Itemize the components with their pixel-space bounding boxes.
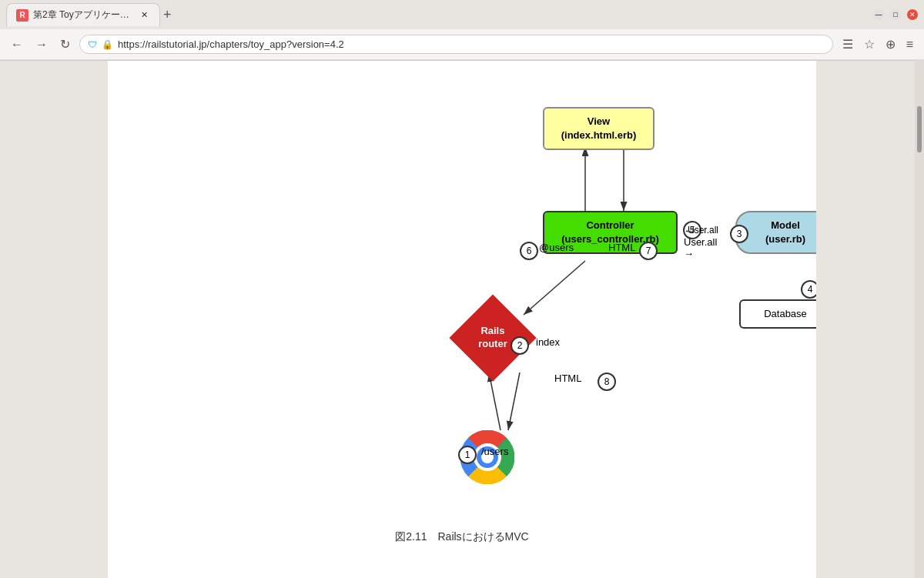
address-bar[interactable]: 🛡 🔒 https://railstutorial.jp/chapters/to… (79, 35, 833, 54)
users-label: /users (481, 446, 508, 457)
step-4-circle: 4 (801, 280, 816, 299)
at-users-label: @users (539, 242, 574, 253)
url-text: https://railstutorial.jp/chapters/toy_ap… (118, 38, 825, 50)
active-tab[interactable]: R 第2章 Toyアプリケーショ ✕ (6, 3, 160, 26)
tab-close-button[interactable]: ✕ (138, 9, 150, 22)
step-3-circle: 3 (730, 225, 748, 243)
close-button[interactable]: ✕ (907, 9, 918, 20)
view-label: View (554, 115, 644, 129)
tab-favicon: R (16, 9, 28, 22)
controller-label: Controller (554, 219, 667, 232)
step-6-circle: 6 (520, 242, 538, 260)
menu-button[interactable]: ≡ (903, 35, 916, 55)
shield-icon: 🛡 (88, 39, 97, 50)
figure-caption: 図2.11 RailsにおけるMVC (395, 530, 528, 544)
url-content: https://railstutorial.jp/chapters/toy_ap… (118, 38, 344, 50)
browser-chrome: R 第2章 Toyアプリケーショ ✕ + — □ ✕ ← → ↻ 🛡 🔒 htt… (0, 0, 924, 61)
maximize-button[interactable]: □ (890, 9, 901, 20)
step-8-circle: 8 (598, 373, 616, 391)
nav-right-icons: ☰ ☆ ⊕ ≡ (839, 34, 916, 55)
bookmark-button[interactable]: ☆ (861, 34, 878, 55)
page-content: View (index.html.erb) Controller (users_… (108, 61, 816, 578)
mvc-diagram: View (index.html.erb) Controller (users_… (254, 84, 670, 515)
view-box: View (index.html.erb) (543, 107, 654, 150)
step-1-circle: 1 (458, 446, 477, 464)
database-box: Database (739, 299, 816, 329)
user-all-text: User.all (688, 225, 718, 236)
minimize-button[interactable]: — (873, 9, 884, 20)
navigation-bar: ← → ↻ 🛡 🔒 https://railstutorial.jp/chapt… (0, 29, 924, 60)
svg-line-2 (524, 261, 585, 315)
step-2-circle: 2 (511, 336, 529, 355)
scrollbar[interactable] (915, 60, 924, 578)
router-label: Rails router (478, 325, 507, 351)
step-7-circle: 7 (639, 242, 658, 260)
html-bottom-label: HTML (554, 373, 581, 384)
reader-mode-button[interactable]: ☰ (839, 34, 856, 55)
model-sublabel: (user.rb) (746, 232, 816, 246)
model-label: Model (746, 219, 816, 232)
reload-button[interactable]: ↻ (57, 34, 73, 55)
lock-icon: 🔒 (102, 39, 113, 50)
window-controls: — □ ✕ (873, 9, 918, 20)
html-top-label: HTML (608, 242, 635, 253)
view-sublabel: (index.html.erb) (554, 129, 644, 142)
new-tab-button[interactable]: + (163, 7, 172, 23)
db-label: Database (750, 307, 816, 321)
index-label: index (536, 336, 560, 348)
title-bar: R 第2章 Toyアプリケーショ ✕ + — □ ✕ (0, 0, 924, 29)
forward-button[interactable]: → (32, 35, 51, 55)
back-button[interactable]: ← (8, 35, 26, 55)
svg-line-4 (489, 373, 500, 430)
svg-line-3 (508, 373, 520, 430)
scroll-thumb[interactable] (917, 106, 922, 152)
tab-title: 第2章 Toyアプリケーショ (33, 8, 133, 22)
pocket-button[interactable]: ⊕ (882, 34, 899, 55)
